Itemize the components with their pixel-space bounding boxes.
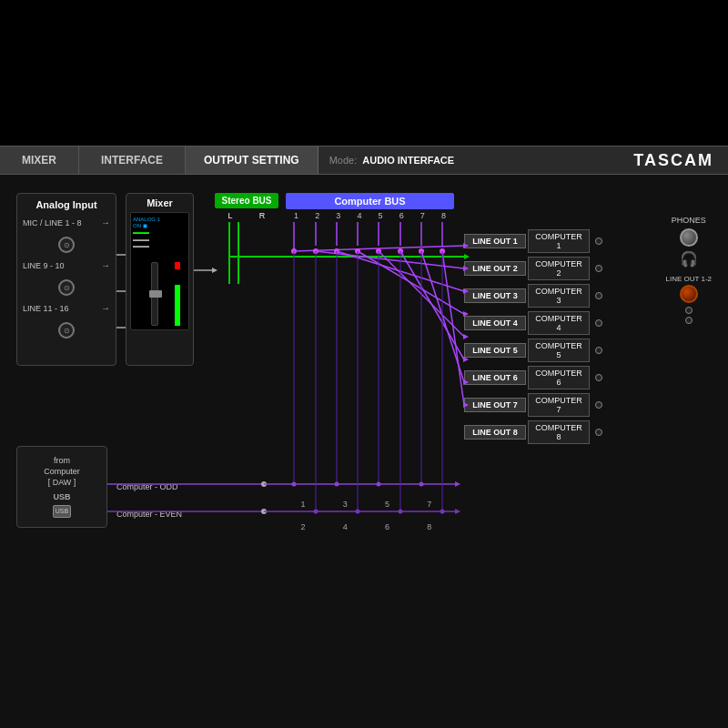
stereo-bus-channels: L R [215,211,278,220]
svg-line-40 [442,251,464,405]
arrow-icon-1: → [101,260,110,270]
bus-ch-3: 3 [336,211,340,220]
out-dot-1 [595,238,602,245]
svg-point-65 [440,510,445,514]
daw-box: from Computer [ DAW ] USB USB [16,446,107,528]
daw-title: from Computer [ DAW ] [44,456,80,488]
line-out-row-8: LINE OUT 8 COMPUTER 8 [464,420,602,444]
input-row-line910: LINE 9 - 10 → [23,260,110,270]
line-out-row-7: LINE OUT 7 COMPUTER 7 [464,393,602,417]
line-out-8-label: LINE OUT 8 [464,425,526,440]
mixer-labels: ANALOG 1 ON ◼ ▬▬▬ ▬▬▬ ▬▬▬ [133,217,187,249]
svg-point-27 [355,248,360,254]
mixer-label-2: ON ◼ [133,223,187,229]
mic-connector-2: ⊙ [58,322,75,339]
level-bar-green [175,285,180,326]
line-out-row-5: LINE OUT 5 COMPUTER 5 [464,339,602,362]
line-out-12-label: LINE OUT 1-2 [665,275,712,283]
out-dot-2 [595,265,602,272]
svg-line-31 [379,251,464,337]
mode-display: Mode: AUDIO INTERFACE [318,149,465,171]
bus-ch-2: 2 [315,211,319,220]
mixer-box: Mixer ANALOG 1 ON ◼ ▬▬▬ ▬▬▬ ▬▬▬ [126,193,194,366]
phones-jack-icon: 🎧 [665,250,712,268]
daw-usb-label: USB [53,492,70,501]
svg-marker-45 [455,481,460,487]
svg-point-43 [261,481,267,487]
nav-bar: MIXER INTERFACE OUTPUT SETTING Mode: AUD… [0,146,728,175]
computer-4-label: COMPUTER 4 [528,311,590,335]
svg-point-58 [292,482,297,487]
odd-7: 7 [427,500,431,509]
out-dot-7 [595,401,602,409]
even-8: 8 [427,522,431,531]
line-out-4-label: LINE OUT 4 [464,316,526,330]
phones-section: PHONES 🎧 LINE OUT 1-2 [665,216,712,324]
even-4: 4 [343,522,348,531]
svg-line-28 [358,251,464,314]
svg-point-30 [376,248,381,254]
svg-line-19 [294,246,464,251]
line-out-row-1: LINE OUT 1 COMPUTER 1 [464,229,602,253]
bus-ch-1: 1 [294,211,298,220]
brand-logo: TASCAM [633,151,713,170]
bus-ch-5: 5 [379,211,383,220]
phones-knob[interactable] [680,228,698,247]
fader-track [151,262,158,326]
out-dot-8 [595,429,602,436]
svg-point-62 [314,510,318,514]
mixer-fader-area [131,257,188,329]
phones-out-dots [665,307,712,324]
level-bar-red [175,262,180,269]
tab-mixer[interactable]: MIXER [0,147,79,174]
odd-5: 5 [385,500,389,509]
level-meter [162,262,169,326]
phones-label: PHONES [665,216,712,225]
even-numbers: 2 4 6 8 [282,522,450,531]
computer-1-label: COMPUTER 1 [528,229,590,253]
line-out-container: LINE OUT 1 COMPUTER 1 LINE OUT 2 COMPUTE… [464,229,602,444]
line-out-5-label: LINE OUT 5 [464,343,526,358]
line-out-1-label: LINE OUT 1 [464,234,526,248]
svg-marker-49 [455,509,460,514]
stereo-bus-l: L [228,211,233,220]
odd-3: 3 [343,500,348,509]
phones-dot-2 [685,317,693,324]
svg-point-18 [291,248,297,254]
computer-6-label: COMPUTER 6 [528,366,590,389]
input-row-line1116: LINE 11 - 16 → [23,303,110,313]
computer-bus-label: Computer BUS [286,193,454,209]
line-out-3-label: LINE OUT 3 [464,288,526,303]
mixer-label-5: ▬▬▬ [133,243,187,249]
mixer-label-4: ▬▬▬ [133,237,187,243]
bus-ch-8: 8 [441,211,446,220]
svg-point-24 [334,248,339,254]
line-out-row-6: LINE OUT 6 COMPUTER 6 [464,366,602,389]
bus-ch-7: 7 [420,211,425,220]
analog-input-title: Analog Input [23,199,110,210]
mic-connector-0: ⊙ [58,237,75,253]
fader-knob[interactable] [149,290,162,298]
svg-marker-5 [212,268,217,273]
mixer-label-1: ANALOG 1 [133,217,187,223]
svg-line-22 [316,251,464,268]
svg-point-63 [356,510,360,514]
line-out-row-4: LINE OUT 4 COMPUTER 4 [464,311,602,335]
out-dot-6 [595,374,602,381]
svg-point-64 [399,510,403,514]
tab-interface[interactable]: INTERFACE [79,147,186,174]
main-content: Analog Input MIC / LINE 1 - 8 → ⊙ LINE 9… [0,175,728,728]
computer-5-label: COMPUTER 5 [528,339,590,362]
mic-line-label: MIC / LINE 1 - 8 [23,218,97,228]
svg-line-34 [400,251,464,359]
mixer-display: ANALOG 1 ON ◼ ▬▬▬ ▬▬▬ ▬▬▬ [130,212,189,330]
phones-knob2[interactable] [680,285,698,303]
even-2: 2 [301,522,306,531]
odd-numbers: 1 3 5 7 [282,500,450,509]
stereo-bus-r: R [259,211,266,220]
svg-point-47 [261,509,267,514]
computer-2-label: COMPUTER 2 [528,257,590,280]
mixer-title: Mixer [130,197,189,208]
bus-ch-4: 4 [357,211,361,220]
line910-label: LINE 9 - 10 [23,261,97,270]
